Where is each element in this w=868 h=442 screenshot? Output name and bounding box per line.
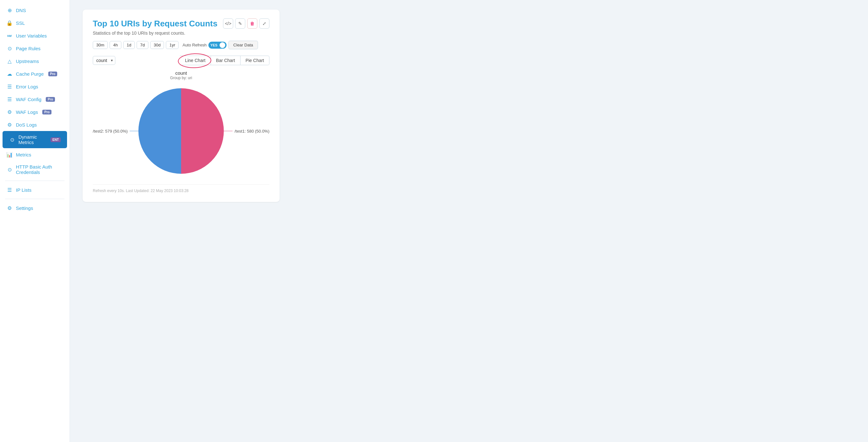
- sidebar-item-http-basic-auth[interactable]: ⊙ HTTP Basic Auth Credentials: [0, 161, 69, 178]
- delete-button[interactable]: 🗑: [247, 19, 257, 29]
- card-actions: </> ✎ 🗑 ⤢: [223, 19, 270, 29]
- expand-button[interactable]: ⤢: [259, 19, 270, 29]
- ip-lists-icon: ☰: [6, 187, 13, 193]
- pie-label-right: /test1: 580 (50.0%): [223, 129, 270, 134]
- cache-purge-icon: ☁: [6, 70, 13, 77]
- sidebar-divider-2: [5, 199, 64, 199]
- toggle-circle: [220, 42, 225, 48]
- clear-data-button[interactable]: Clear Data: [228, 41, 258, 49]
- pro-badge-waf: Pro: [46, 97, 55, 102]
- metric-select-wrapper: count: [93, 56, 115, 65]
- time-btn-4h[interactable]: 4h: [110, 41, 121, 49]
- page-rules-icon: ⊙: [6, 45, 13, 52]
- chart-group-by: Group by: uri: [93, 76, 270, 80]
- sidebar-item-settings[interactable]: ⚙ Settings: [0, 202, 69, 214]
- sidebar-item-page-rules[interactable]: ⊙ Page Rules: [0, 42, 69, 55]
- waf-config-icon: ☰: [6, 96, 13, 102]
- main-content: Top 10 URIs by Request Counts </> ✎ 🗑 ⤢ …: [70, 0, 868, 442]
- time-btn-1d[interactable]: 1d: [123, 41, 135, 49]
- card-title-row: Top 10 URIs by Request Counts </> ✎ 🗑 ⤢: [93, 19, 270, 29]
- code-button[interactable]: </>: [223, 19, 233, 29]
- pie-slice-blue: [138, 88, 181, 174]
- sidebar-item-waf-logs[interactable]: ⚙ WAF Logs Pro: [0, 106, 69, 118]
- sidebar-item-ip-lists[interactable]: ☰ IP Lists: [0, 183, 69, 196]
- waf-logs-icon: ⚙: [6, 109, 13, 115]
- card-subtitle: Statistics of the top 10 URIs by request…: [93, 31, 270, 36]
- pie-line-left: [130, 131, 139, 131]
- upstreams-icon: △: [6, 58, 13, 64]
- dynamic-metrics-icon: ⊙: [9, 137, 15, 143]
- sidebar-item-metrics[interactable]: 📊 Metrics: [0, 148, 69, 161]
- toggle-yes-label: YES: [209, 43, 219, 47]
- pie-label-right-text: /test1: 580 (50.0%): [235, 129, 270, 134]
- ssl-icon: 🔒: [6, 20, 13, 26]
- dos-logs-icon: ⚙: [6, 121, 13, 128]
- time-btn-7d[interactable]: 7d: [136, 41, 148, 49]
- http-basic-auth-icon: ⊙: [6, 166, 13, 173]
- line-chart-button[interactable]: Line Chart: [180, 56, 211, 65]
- pro-badge-waf-logs: Pro: [42, 110, 52, 115]
- metrics-icon: 📊: [6, 151, 13, 158]
- sidebar-item-error-logs[interactable]: ☰ Error Logs: [0, 80, 69, 93]
- pro-badge: Pro: [48, 71, 58, 76]
- auto-refresh-label: Auto Refresh: [182, 42, 207, 48]
- auto-refresh-toggle[interactable]: YES: [209, 42, 226, 49]
- sidebar-item-dos-logs[interactable]: ⚙ DoS Logs: [0, 118, 69, 131]
- sidebar-item-dynamic-metrics[interactable]: ⊙ Dynamic Metrics ENT: [3, 131, 67, 148]
- pie-chart-svg: [136, 87, 225, 176]
- sidebar-item-cache-purge[interactable]: ☁ Cache Purge Pro: [0, 67, 69, 80]
- chart-title-area: count Group by: uri: [93, 70, 270, 80]
- card-footer: Refresh every 10s. Last Updated: 22 May …: [93, 184, 270, 193]
- card-title-text: Top 10 URIs by Request Counts: [93, 19, 217, 29]
- pie-line-right: [223, 131, 232, 131]
- sidebar-divider: [5, 181, 64, 181]
- edit-button[interactable]: ✎: [235, 19, 245, 29]
- metric-select[interactable]: count: [93, 56, 115, 65]
- sidebar: ⊕ DNS 🔒 SSL var User Variables ⊙ Page Ru…: [0, 0, 70, 442]
- chart-controls: count Line Chart Bar Chart Pie Chart: [93, 56, 270, 65]
- pie-label-left: /test2: 579 (50.0%): [93, 129, 139, 134]
- sidebar-item-ssl[interactable]: 🔒 SSL: [0, 17, 69, 29]
- metrics-card: Top 10 URIs by Request Counts </> ✎ 🗑 ⤢ …: [83, 9, 280, 202]
- pie-chart-wrapper: /test2: 579 (50.0%) /test1: 580 (50.0%): [93, 83, 270, 179]
- time-btn-30m[interactable]: 30m: [93, 41, 108, 49]
- sidebar-item-dns[interactable]: ⊕ DNS: [0, 4, 69, 17]
- bar-chart-button[interactable]: Bar Chart: [211, 56, 241, 65]
- time-controls: 30m 4h 1d 7d 30d 1yr Auto Refresh YES Cl…: [93, 41, 270, 49]
- sidebar-item-waf-config[interactable]: ☰ WAF Config Pro: [0, 93, 69, 106]
- chart-metric-name: count: [93, 70, 270, 76]
- chart-type-buttons: Line Chart Bar Chart Pie Chart: [180, 56, 270, 65]
- ent-badge: ENT: [51, 137, 61, 142]
- pie-label-left-text: /test2: 579 (50.0%): [93, 129, 128, 134]
- pie-chart-button[interactable]: Pie Chart: [241, 56, 270, 65]
- sidebar-item-user-variables[interactable]: var User Variables: [0, 29, 69, 42]
- user-variables-icon: var: [6, 32, 13, 39]
- sidebar-item-upstreams[interactable]: △ Upstreams: [0, 55, 69, 67]
- settings-icon: ⚙: [6, 205, 13, 211]
- pie-slice-pink: [181, 88, 224, 174]
- dns-icon: ⊕: [6, 7, 13, 13]
- time-btn-30d[interactable]: 30d: [150, 41, 164, 49]
- error-logs-icon: ☰: [6, 83, 13, 90]
- time-btn-1yr[interactable]: 1yr: [166, 41, 179, 49]
